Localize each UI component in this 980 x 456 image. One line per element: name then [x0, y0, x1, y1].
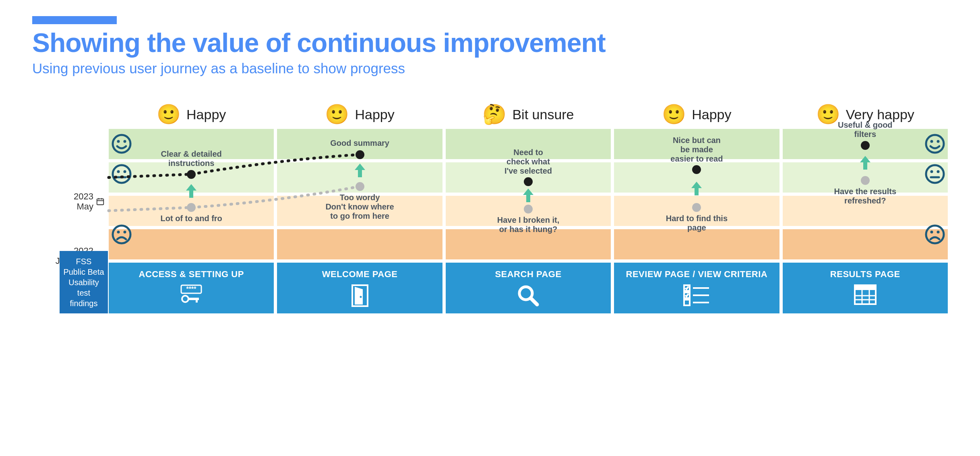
svg-marker-31 — [691, 182, 702, 195]
datapoint-baseline — [692, 203, 701, 212]
svg-rect-0 — [97, 199, 104, 205]
datapoint-baseline — [356, 182, 364, 191]
datapoint-current — [861, 141, 870, 150]
magnifier-icon — [449, 284, 608, 308]
stage-label: REVIEW PAGE / VIEW CRITERIA — [617, 269, 776, 280]
datapoint-current — [356, 150, 364, 159]
annotation-baseline: Have the results refreshed? — [817, 187, 914, 205]
svg-marker-32 — [860, 156, 870, 170]
improvement-arrow-icon — [522, 189, 534, 202]
journey-columns: 🙂Happy🙂Happy🤔Bit unsure🙂Happy🙂Very happy — [109, 105, 948, 313]
stage-footer: REVIEW PAGE / VIEW CRITERIA — [614, 263, 779, 313]
datapoint-current — [187, 170, 196, 179]
calendar-icon — [96, 197, 105, 206]
annotation-baseline: Too wordy Don't know where to go from he… — [312, 193, 408, 221]
sentiment-emoji-icon: 🤔 — [482, 105, 507, 124]
stage-label: SEARCH PAGE — [449, 269, 608, 280]
svg-marker-28 — [186, 184, 196, 198]
annotation-baseline: Lot of to and fro — [143, 214, 240, 223]
annotation-current: Nice but can be made easier to read — [652, 136, 741, 164]
sentiment-label: Happy — [355, 107, 394, 122]
timeline-label-current: 2023 May — [74, 191, 105, 212]
stage-footer: RESULTS PAGE — [783, 263, 948, 313]
sentiment-emoji-icon: 🙂 — [662, 105, 686, 124]
sentiment-emoji-icon: 🙂 — [325, 105, 349, 124]
stage-footer-row: FSS Public Beta Usability test findings … — [109, 263, 948, 313]
sentiment-label: Happy — [692, 107, 731, 122]
sentiment-emoji-icon: 🙂 — [157, 105, 181, 124]
datapoint-baseline — [861, 176, 870, 185]
improvement-arrow-icon — [354, 164, 366, 177]
svg-marker-29 — [355, 164, 365, 177]
datapoint-current — [524, 177, 533, 186]
emoji-header: 🙂Happy — [277, 105, 442, 124]
svg-marker-39 — [355, 287, 363, 305]
svg-point-35 — [182, 296, 188, 302]
emoji-header: 🙂Happy — [614, 105, 779, 124]
improvement-arrow-icon — [691, 182, 703, 195]
checklist-icon — [617, 284, 776, 306]
page-subtitle: Using previous user journey as a baselin… — [32, 60, 948, 77]
annotation-current: Clear & detailed instructions — [147, 149, 236, 168]
accent-bar — [32, 16, 117, 24]
svg-line-42 — [531, 298, 537, 305]
svg-rect-37 — [196, 298, 198, 303]
svg-point-40 — [360, 296, 362, 298]
sentiment-bands: Clear & detailed instructionsLot of to a… — [109, 129, 948, 259]
svg-text:****: **** — [186, 286, 197, 292]
svg-marker-30 — [523, 189, 533, 202]
key-password-icon: **** — [112, 284, 271, 304]
stage-footer: ACCESS & SETTING UP**** — [109, 263, 274, 313]
stage-label: WELCOME PAGE — [280, 269, 439, 280]
svg-rect-45 — [684, 300, 690, 305]
annotation-current: Good summary — [316, 139, 404, 148]
slide: Showing the value of continuous improvem… — [0, 0, 980, 456]
annotation-current: Useful & good filters — [821, 120, 910, 139]
sentiment-label: Very happy — [846, 107, 914, 122]
table-icon — [786, 284, 945, 306]
stage-footer: WELCOME PAGE — [277, 263, 442, 313]
annotation-baseline: Have I broken it, or has it hung? — [480, 216, 577, 234]
annotation-current: Need to check what I've selected — [484, 148, 573, 176]
sentiment-label: Bit unsure — [512, 107, 574, 122]
journey-chart: 2023 May 2022 June-July 🙂Happy🙂Happy🤔Bit… — [32, 105, 948, 313]
sentiment-label: Happy — [186, 107, 226, 122]
datapoint-baseline — [187, 203, 196, 212]
annotation-baseline: Hard to find this page — [648, 214, 745, 232]
datapoint-baseline — [524, 205, 533, 213]
stage-footer: SEARCH PAGE — [446, 263, 611, 313]
stage-label: ACCESS & SETTING UP — [112, 269, 271, 280]
improvement-arrow-icon — [859, 156, 871, 170]
emoji-header: 🙂Happy — [109, 105, 274, 124]
page-title: Showing the value of continuous improvem… — [32, 27, 948, 58]
emoji-header: 🤔Bit unsure — [446, 105, 611, 124]
door-icon — [280, 284, 439, 308]
stage-label: RESULTS PAGE — [786, 269, 945, 280]
datapoint-current — [692, 165, 701, 174]
legend-box: FSS Public Beta Usability test findings — [60, 251, 108, 313]
improvement-arrow-icon — [185, 184, 197, 198]
svg-rect-50 — [855, 285, 876, 290]
